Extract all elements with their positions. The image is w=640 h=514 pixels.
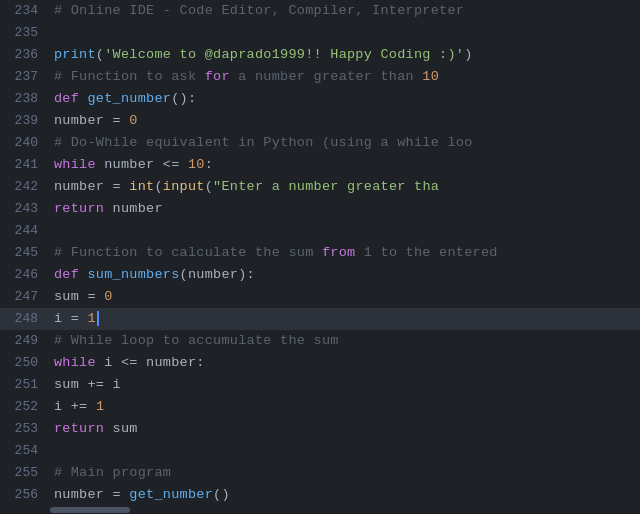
code-line[interactable]: 234# Online IDE - Code Editor, Compiler,… [0, 0, 640, 22]
token-st: "Enter a number greater tha [213, 179, 439, 194]
line-number: 248 [0, 308, 50, 330]
line-content: return number [50, 198, 163, 220]
token-pl: ( [154, 179, 162, 194]
code-line[interactable]: 251 sum += i [0, 374, 640, 396]
token-pl: () [213, 487, 230, 502]
token-kw: def [54, 267, 79, 282]
token-pl: : [205, 157, 213, 172]
code-lines: 234# Online IDE - Code Editor, Compiler,… [0, 0, 640, 514]
token-pl: sum [104, 421, 138, 436]
token-cm: # Do-While equivalent in Python (using a… [54, 135, 473, 150]
code-line[interactable]: 239 number = 0 [0, 110, 640, 132]
line-content: sum += i [50, 374, 121, 396]
code-line[interactable]: 254 [0, 440, 640, 462]
token-pl [88, 399, 96, 414]
line-number: 254 [0, 440, 50, 462]
token-nm: 10 [188, 157, 205, 172]
token-pl: number [104, 201, 163, 216]
token-op: = [113, 113, 121, 128]
line-content: # Function to calculate the sum from 1 t… [50, 242, 498, 264]
line-number: 243 [0, 198, 50, 220]
token-op: = [113, 179, 121, 194]
token-pl [79, 311, 87, 326]
token-nm: 1 [96, 399, 104, 414]
line-number: 236 [0, 44, 50, 66]
code-line[interactable]: 252 i += 1 [0, 396, 640, 418]
token-op: = [88, 289, 96, 304]
code-line[interactable]: 255# Main program [0, 462, 640, 484]
line-content: number = get_number() [50, 484, 230, 506]
code-line[interactable]: 237# Function to ask for a number greate… [0, 66, 640, 88]
token-pl: i [54, 399, 71, 414]
token-pl: number [54, 179, 113, 194]
line-content: print('Welcome to @daprado1999!! Happy C… [50, 44, 473, 66]
line-content: sum = 0 [50, 286, 113, 308]
line-content: i = 1 [50, 308, 99, 330]
code-line[interactable]: 245# Function to calculate the sum from … [0, 242, 640, 264]
token-cm: 1 to the entered [355, 245, 497, 260]
code-line[interactable]: 244 [0, 220, 640, 242]
code-line[interactable]: 248 i = 1 [0, 308, 640, 330]
token-pl [96, 289, 104, 304]
code-line[interactable]: 242 number = int(input("Enter a number g… [0, 176, 640, 198]
token-bi: int [129, 179, 154, 194]
token-op: += [71, 399, 88, 414]
scrollbar-thumb[interactable] [50, 507, 130, 513]
cursor [97, 311, 99, 326]
line-number: 244 [0, 220, 50, 242]
code-line[interactable]: 240 # Do-While equivalent in Python (usi… [0, 132, 640, 154]
token-pl [79, 91, 87, 106]
token-pl: sum [54, 377, 88, 392]
scrollbar-area[interactable] [0, 506, 640, 514]
code-line[interactable]: 241 while number <= 10: [0, 154, 640, 176]
token-cm: # While loop to accumulate the sum [54, 333, 339, 348]
token-op: = [113, 487, 121, 502]
token-pl: sum [54, 289, 88, 304]
line-number: 239 [0, 110, 50, 132]
token-pl: i [104, 377, 121, 392]
code-line[interactable]: 249 # While loop to accumulate the sum [0, 330, 640, 352]
line-content: number = int(input("Enter a number great… [50, 176, 439, 198]
code-line[interactable]: 256number = get_number() [0, 484, 640, 506]
token-nm: 10 [422, 69, 439, 84]
token-nm: 1 [88, 311, 96, 326]
line-number: 240 [0, 132, 50, 154]
code-line[interactable]: 246def sum_numbers(number): [0, 264, 640, 286]
token-pl: ) [464, 47, 472, 62]
token-cm: # Function to calculate the sum [54, 245, 322, 260]
token-pl: (number): [180, 267, 255, 282]
token-bi: input [163, 179, 205, 194]
line-number: 245 [0, 242, 50, 264]
token-fn: get_number [88, 91, 172, 106]
line-content: # While loop to accumulate the sum [50, 330, 339, 352]
line-content: def sum_numbers(number): [50, 264, 255, 286]
code-line[interactable]: 238def get_number(): [0, 88, 640, 110]
code-line[interactable]: 247 sum = 0 [0, 286, 640, 308]
code-editor[interactable]: 234# Online IDE - Code Editor, Compiler,… [0, 0, 640, 514]
line-number: 235 [0, 22, 50, 44]
code-line[interactable]: 236print('Welcome to @daprado1999!! Happ… [0, 44, 640, 66]
token-op: = [71, 311, 79, 326]
line-content: i += 1 [50, 396, 104, 418]
line-content: # Online IDE - Code Editor, Compiler, In… [50, 0, 464, 22]
token-pl [180, 157, 188, 172]
code-line[interactable]: 235 [0, 22, 640, 44]
code-line[interactable]: 243 return number [0, 198, 640, 220]
token-pl: i [54, 311, 71, 326]
line-number: 237 [0, 66, 50, 88]
token-pl [79, 267, 87, 282]
token-fn: print [54, 47, 96, 62]
code-line[interactable]: 250 while i <= number: [0, 352, 640, 374]
code-line[interactable]: 253 return sum [0, 418, 640, 440]
token-pl: number [54, 487, 113, 502]
line-number: 247 [0, 286, 50, 308]
line-number: 251 [0, 374, 50, 396]
token-kw: return [54, 421, 104, 436]
line-number: 246 [0, 264, 50, 286]
token-kw: while [54, 157, 96, 172]
token-kw: def [54, 91, 79, 106]
line-number: 252 [0, 396, 50, 418]
line-content: while i <= number: [50, 352, 205, 374]
line-number: 241 [0, 154, 50, 176]
token-cm: a number greater than [230, 69, 423, 84]
